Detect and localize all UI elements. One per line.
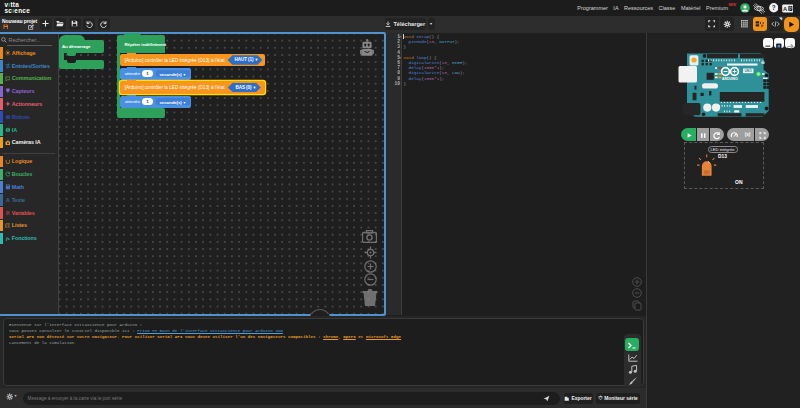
svg-text:?: ? [771, 4, 775, 11]
svg-text:A: A [783, 5, 787, 11]
svg-text:UNO: UNO [744, 69, 752, 73]
svg-text:ARDUINO: ARDUINO [722, 76, 738, 80]
svg-text:fx: fx [5, 236, 10, 241]
svg-text:A: A [6, 197, 10, 203]
